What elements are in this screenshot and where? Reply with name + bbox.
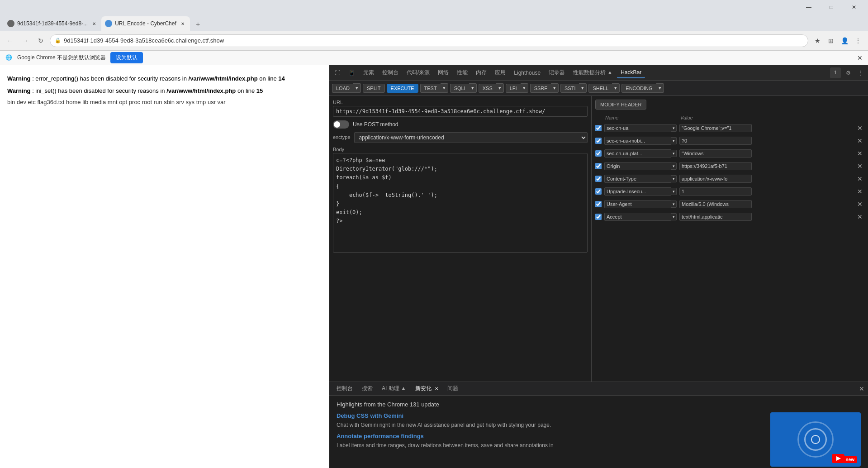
ssrf-dropdown-arrow[interactable]: ▾: [551, 83, 559, 93]
infobar-close[interactable]: ✕: [857, 54, 863, 62]
header-1-name-arrow[interactable]: ▾: [671, 137, 677, 144]
tab-inspector-icon[interactable]: ⛶: [331, 68, 344, 78]
header-0-checkbox[interactable]: [595, 125, 602, 131]
header-0-name-arrow[interactable]: ▾: [671, 124, 677, 132]
tab-console[interactable]: 控制台: [379, 67, 402, 78]
bottom-panel-close[interactable]: ✕: [859, 385, 864, 392]
tab-1[interactable]: 9d15341f-1d39-4554-9ed8-... ✕: [4, 16, 101, 31]
header-6-delete[interactable]: ✕: [855, 201, 864, 208]
header-6-name-arrow[interactable]: ▾: [671, 201, 677, 208]
header-4-name-input[interactable]: [604, 175, 671, 183]
encoding-dropdown-arrow[interactable]: ▾: [656, 83, 664, 93]
ssti-button[interactable]: SSTI: [560, 84, 579, 93]
tab-application[interactable]: 应用: [491, 67, 509, 78]
bottom-tab-changes-close[interactable]: ✕: [435, 386, 438, 391]
url-input[interactable]: [333, 106, 588, 117]
header-7-delete[interactable]: ✕: [855, 213, 864, 220]
body-textarea[interactable]: c=?<?php $a=new DirectoryIterator("glob:…: [333, 153, 588, 253]
xss-button[interactable]: XSS: [479, 84, 496, 93]
header-1-delete[interactable]: ✕: [855, 137, 864, 144]
forward-button[interactable]: →: [19, 34, 32, 47]
tab-device-icon[interactable]: 📱: [345, 68, 359, 78]
header-5-delete[interactable]: ✕: [855, 188, 864, 195]
notif-item-1-title[interactable]: Debug CSS with Gemini: [337, 412, 763, 419]
tab-memory[interactable]: 内存: [472, 67, 490, 78]
header-2-checkbox[interactable]: [595, 150, 602, 157]
tab-2-close[interactable]: ✕: [179, 20, 186, 27]
tab-perfinsights[interactable]: 性能数据分析 ▲: [569, 67, 616, 78]
sqli-dropdown-arrow[interactable]: ▾: [469, 83, 477, 93]
header-6-checkbox[interactable]: [595, 201, 602, 207]
bottom-tab-ai[interactable]: AI 助理 ▲: [378, 383, 410, 394]
sqli-button[interactable]: SQLI: [450, 84, 469, 93]
modify-header-button[interactable]: MODIFY HEADER: [595, 100, 646, 110]
post-method-toggle[interactable]: [333, 120, 349, 129]
load-button[interactable]: LOAD: [332, 84, 353, 93]
tab-lighthouse[interactable]: Lighthouse: [510, 68, 544, 78]
test-dropdown-arrow[interactable]: ▾: [441, 83, 448, 93]
load-dropdown-arrow[interactable]: ▾: [353, 83, 361, 93]
tab-elements[interactable]: 元素: [360, 67, 378, 78]
header-3-value-input[interactable]: [679, 162, 752, 170]
header-3-delete[interactable]: ✕: [855, 162, 864, 170]
header-4-value-input[interactable]: [679, 175, 752, 183]
set-default-button[interactable]: 设为默认: [110, 52, 143, 63]
split-button[interactable]: SPLIT: [363, 84, 385, 93]
profile-button[interactable]: 👤: [838, 34, 851, 47]
tab-recorder[interactable]: 记录器: [545, 67, 569, 78]
tab-1-close[interactable]: ✕: [90, 20, 98, 27]
bottom-tab-changes[interactable]: 新变化 ✕: [412, 383, 442, 394]
ssrf-button[interactable]: SSRF: [530, 84, 551, 93]
header-2-value-input[interactable]: [679, 149, 752, 158]
header-2-name-arrow[interactable]: ▾: [671, 150, 677, 157]
notif-item-2-title[interactable]: Annotate performance findings: [337, 433, 763, 439]
header-5-value-input[interactable]: [679, 187, 752, 196]
header-0-name-input[interactable]: [604, 124, 671, 132]
header-5-checkbox[interactable]: [595, 188, 602, 195]
reload-button[interactable]: ↻: [34, 34, 47, 47]
header-3-name-input[interactable]: [604, 162, 671, 170]
header-7-name-arrow[interactable]: ▾: [671, 213, 677, 220]
close-button[interactable]: ✕: [844, 0, 864, 14]
header-6-value-input[interactable]: [679, 200, 752, 208]
xss-dropdown-arrow[interactable]: ▾: [496, 83, 504, 93]
lfi-dropdown-arrow[interactable]: ▾: [521, 83, 528, 93]
header-0-value-input[interactable]: [679, 124, 752, 132]
back-button[interactable]: ←: [4, 34, 16, 47]
tab-performance[interactable]: 性能: [453, 67, 471, 78]
test-button[interactable]: TEST: [420, 84, 441, 93]
tab-sources[interactable]: 代码/来源: [403, 67, 433, 78]
header-0-delete[interactable]: ✕: [855, 124, 864, 132]
header-2-name-input[interactable]: [604, 149, 671, 158]
execute-button[interactable]: EXECUTE: [387, 84, 418, 93]
extensions-button[interactable]: ⊞: [825, 34, 837, 47]
shell-button[interactable]: SHELL: [588, 84, 612, 93]
new-tab-button[interactable]: +: [192, 18, 204, 31]
header-5-name-arrow[interactable]: ▾: [671, 188, 677, 195]
header-3-checkbox[interactable]: [595, 163, 602, 169]
minimize-button[interactable]: —: [798, 0, 819, 14]
header-1-name-input[interactable]: [604, 137, 671, 145]
bookmark-button[interactable]: ★: [811, 34, 824, 47]
header-7-name-input[interactable]: [604, 213, 671, 221]
shell-dropdown-arrow[interactable]: ▾: [612, 83, 620, 93]
bottom-tab-console[interactable]: 控制台: [333, 383, 356, 394]
tab-network[interactable]: 网络: [434, 67, 452, 78]
devtools-more-icon[interactable]: ⋮: [855, 67, 866, 78]
header-4-name-arrow[interactable]: ▾: [671, 175, 677, 182]
url-bar[interactable]: 🔒 9d15341f-1d39-4554-9ed8-3a518cea6e6c.c…: [50, 34, 808, 47]
lfi-button[interactable]: LFI: [506, 84, 521, 93]
maximize-button[interactable]: □: [821, 0, 842, 14]
header-1-checkbox[interactable]: [595, 138, 602, 144]
bottom-tab-issues[interactable]: 问题: [444, 383, 462, 394]
header-4-delete[interactable]: ✕: [855, 175, 864, 182]
more-menu-button[interactable]: ⋮: [852, 34, 864, 47]
encoding-button[interactable]: ENCODING: [621, 84, 656, 93]
header-6-name-input[interactable]: [604, 200, 671, 208]
header-2-delete[interactable]: ✕: [855, 150, 864, 157]
ssti-dropdown-arrow[interactable]: ▾: [579, 83, 587, 93]
header-7-value-input[interactable]: [679, 213, 752, 221]
bottom-tab-search[interactable]: 搜索: [358, 383, 376, 394]
header-4-checkbox[interactable]: [595, 176, 602, 182]
header-3-name-arrow[interactable]: ▾: [671, 162, 677, 170]
